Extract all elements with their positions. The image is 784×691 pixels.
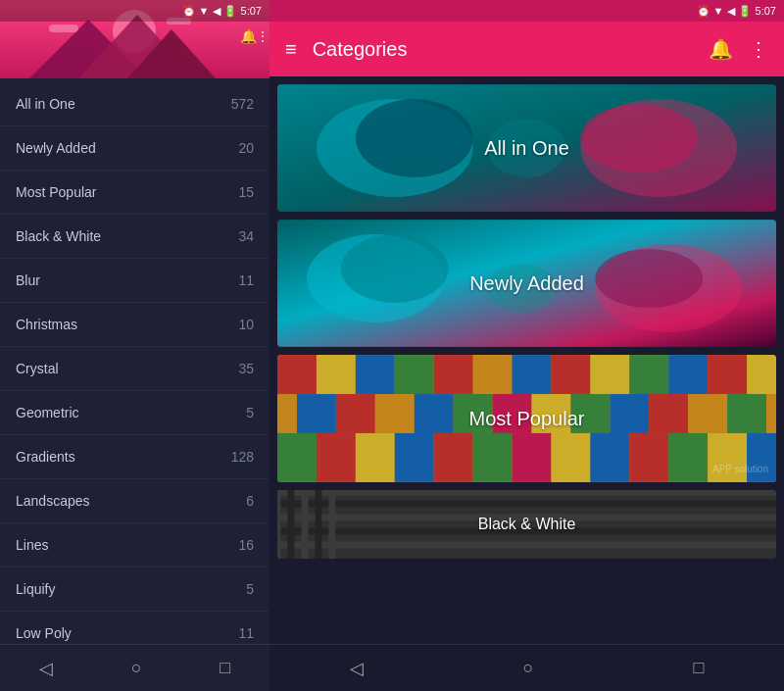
- right-time: 5:07: [756, 5, 776, 17]
- svg-point-19: [595, 249, 703, 308]
- menu-item-most-popular[interactable]: Most Popular 15: [0, 171, 270, 215]
- recent-button-left[interactable]: □: [220, 658, 230, 678]
- more-options-icon[interactable]: ⋮: [749, 37, 768, 61]
- back-button-right[interactable]: ◁: [350, 658, 364, 679]
- menu-item-liquify[interactable]: Liquify 5: [0, 568, 270, 612]
- left-header: ⏰ ▼ ◀ 🔋 5:07 🔔 ⋮: [0, 0, 270, 78]
- left-nav-bar: ◁ ○ □: [0, 644, 270, 691]
- menu-item-newly-added[interactable]: Newly Added 20: [0, 126, 270, 171]
- menu-item-low-poly[interactable]: Low Poly 11: [0, 612, 270, 644]
- menu-item-lines[interactable]: Lines 16: [0, 523, 270, 568]
- category-card-newly-added[interactable]: Newly Added: [277, 220, 776, 347]
- categories-list: All in One: [270, 76, 784, 644]
- menu-item-geometric[interactable]: Geometric 5: [0, 391, 270, 435]
- all-in-one-label: All in One: [484, 137, 569, 160]
- svg-text:⋮: ⋮: [256, 28, 270, 44]
- recent-button-right[interactable]: □: [694, 658, 705, 678]
- svg-point-17: [341, 234, 449, 303]
- notification-icon[interactable]: 🔔: [709, 37, 733, 61]
- right-header-inner: ≡ Categories 🔔 ⋮: [285, 37, 768, 61]
- svg-point-13: [580, 104, 698, 173]
- right-status-bar: ⏰ ▼ ◀ 🔋 5:07: [270, 0, 784, 22]
- left-status-icons: ⏰ ▼ ◀ 🔋: [182, 5, 237, 18]
- svg-point-11: [356, 99, 473, 177]
- menu-item-blur[interactable]: Blur 11: [0, 259, 270, 303]
- left-panel: ⏰ ▼ ◀ 🔋 5:07 🔔 ⋮: [0, 0, 270, 691]
- menu-item-crystal[interactable]: Crystal 35: [0, 347, 270, 391]
- back-button-left[interactable]: ◁: [39, 658, 53, 679]
- home-button-left[interactable]: ○: [131, 658, 142, 678]
- black-white-label: Black & White: [478, 516, 576, 533]
- left-status-bar: ⏰ ▼ ◀ 🔋 5:07: [0, 0, 270, 22]
- newly-added-label: Newly Added: [469, 272, 584, 295]
- category-card-all-in-one[interactable]: All in One: [277, 84, 776, 212]
- right-app-header: ≡ Categories 🔔 ⋮: [270, 22, 784, 76]
- right-status-icons: ⏰ ▼ ◀ 🔋: [697, 5, 752, 18]
- most-popular-label: Most Popular: [469, 408, 585, 430]
- svg-rect-5: [49, 25, 78, 32]
- home-button-right[interactable]: ○: [523, 658, 534, 678]
- left-time: 5:07: [241, 5, 262, 17]
- category-card-most-popular[interactable]: Most Popular APP solution: [277, 355, 776, 482]
- app-watermark: APP solution: [712, 464, 768, 474]
- menu-item-landscapes[interactable]: Landscapes 6: [0, 479, 270, 523]
- menu-list: All in One 572 Newly Added 20 Most Popul…: [0, 78, 270, 644]
- category-card-black-white[interactable]: Black & White: [277, 490, 776, 559]
- right-panel: ⏰ ▼ ◀ 🔋 5:07 ≡ Categories 🔔 ⋮: [270, 0, 784, 691]
- menu-item-christmas[interactable]: Christmas 10: [0, 303, 270, 347]
- menu-item-gradients[interactable]: Gradients 128: [0, 435, 270, 479]
- menu-item-black-white[interactable]: Black & White 34: [0, 215, 270, 259]
- right-nav-bar: ◁ ○ □: [270, 644, 784, 691]
- header-title: Categories: [313, 38, 709, 61]
- hamburger-icon[interactable]: ≡: [285, 38, 297, 61]
- menu-item-all-in-one[interactable]: All in One 572: [0, 82, 270, 126]
- header-icons: 🔔 ⋮: [709, 37, 768, 61]
